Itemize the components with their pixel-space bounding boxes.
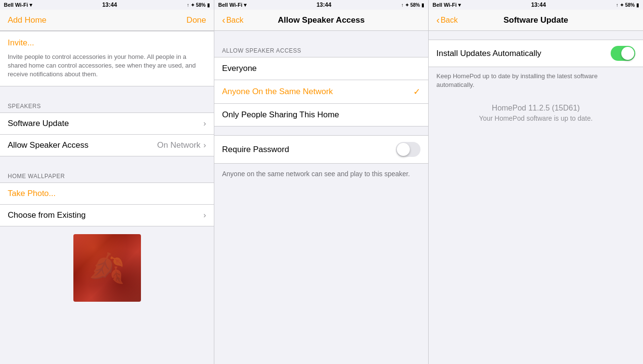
- toggle-knob-3: [621, 47, 634, 60]
- chevron-right-icon-2: ›: [203, 140, 206, 150]
- battery-label-2: 58%: [410, 2, 420, 8]
- status-left-3: Bell Wi-Fi ▾: [433, 2, 461, 8]
- speakers-header: SPEAKERS: [0, 95, 214, 112]
- version-label: HomePod 11.2.5 (15D61): [436, 104, 635, 112]
- choose-existing-label: Choose from Existing: [8, 210, 86, 220]
- allow-speaker-access-value: On Network ›: [157, 140, 206, 150]
- status-right-1: ↑ ✦ 58% ▮: [187, 2, 210, 8]
- choose-existing-value: ›: [203, 210, 206, 220]
- panel1-content: Invite... Invite people to control acces…: [0, 31, 214, 364]
- battery-icon-1: ▮: [207, 2, 210, 8]
- option-same-network-label: Anyone On the Same Network: [222, 87, 333, 97]
- panel2-content: ALLOW SPEAKER ACCESS Everyone Anyone On …: [214, 31, 428, 364]
- back-label-3: Back: [441, 16, 458, 25]
- nav-bar-3: ‹ Back Software Update: [429, 10, 643, 31]
- done-button[interactable]: Done: [186, 15, 206, 25]
- wallpaper-header: HOME WALLPAPER: [0, 165, 214, 182]
- panel-speaker-access: Bell Wi-Fi ▾ 13:44 ↑ ✦ 58% ▮ ‹ Back Allo…: [214, 0, 429, 364]
- back-button-3[interactable]: ‹ Back: [436, 15, 458, 25]
- status-left-2: Bell Wi-Fi ▾: [218, 2, 247, 8]
- allow-speaker-access-label: Allow Speaker Access: [8, 140, 88, 150]
- access-options-list: Everyone Anyone On the Same Network ✓ On…: [214, 57, 428, 126]
- status-bar-3: Bell Wi-Fi ▾ 13:44 ↑ ✦ 58% ▮: [429, 0, 643, 10]
- install-toggle-row: Install Updates Automatically: [429, 40, 643, 67]
- wifi-icon-1: ▾: [29, 2, 32, 8]
- carrier-label-3: Bell Wi-Fi: [433, 2, 457, 8]
- status-right-2: ↑ ✦ 58% ▮: [401, 2, 424, 8]
- battery-label-3: 58%: [625, 2, 635, 8]
- install-updates-toggle[interactable]: [611, 46, 635, 61]
- wifi-icon-2: ▾: [244, 2, 247, 8]
- speaker-access-description: Anyone on the same network can see and p…: [214, 164, 428, 185]
- install-toggle-label: Install Updates Automatically: [436, 49, 541, 58]
- option-same-network[interactable]: Anyone On the Same Network ✓: [214, 80, 428, 104]
- status-left-1: Bell Wi-Fi ▾: [4, 2, 32, 8]
- carrier-label-1: Bell Wi-Fi: [4, 2, 28, 8]
- add-home-button[interactable]: Add Home: [8, 15, 46, 25]
- allow-speaker-access-item[interactable]: Allow Speaker Access On Network ›: [0, 135, 214, 156]
- version-block: HomePod 11.2.5 (15D61) Your HomePod soft…: [429, 94, 643, 132]
- time-label-2: 13:44: [317, 1, 332, 8]
- chevron-right-icon-1: ›: [203, 119, 206, 128]
- location-icon-1: ↑: [187, 2, 189, 8]
- update-status-label: Your HomePod software is up to date.: [436, 114, 635, 122]
- wifi-icon-3: ▾: [458, 2, 461, 8]
- panel-software-update: Bell Wi-Fi ▾ 13:44 ↑ ✦ 58% ▮ ‹ Back Soft…: [429, 0, 643, 364]
- choose-existing-item[interactable]: Choose from Existing ›: [0, 205, 214, 226]
- time-label-3: 13:44: [531, 1, 546, 8]
- carrier-label-2: Bell Wi-Fi: [218, 2, 242, 8]
- nav-title-3: Software Update: [503, 15, 568, 25]
- option-sharing-home[interactable]: Only People Sharing This Home: [214, 104, 428, 126]
- status-bar-1: Bell Wi-Fi ▾ 13:44 ↑ ✦ 58% ▮: [0, 0, 214, 10]
- nav-bar-1: Add Home Done: [0, 10, 214, 31]
- location-icon-2: ↑: [401, 2, 404, 8]
- location-icon-3: ↑: [616, 2, 618, 8]
- nav-title-2: Allow Speaker Access: [278, 15, 365, 25]
- status-bar-2: Bell Wi-Fi ▾ 13:44 ↑ ✦ 58% ▮: [214, 0, 428, 10]
- software-update-label: Software Update: [8, 119, 69, 128]
- wallpaper-list: Take Photo... Choose from Existing ›: [0, 182, 214, 226]
- back-chevron-icon-2: ‹: [222, 15, 225, 25]
- toggle-knob-2: [397, 143, 410, 156]
- option-everyone[interactable]: Everyone: [214, 57, 428, 80]
- require-password-label: Require Password: [222, 145, 289, 154]
- allow-access-header: ALLOW SPEAKER ACCESS: [214, 40, 428, 57]
- option-everyone-label: Everyone: [222, 64, 257, 73]
- battery-label-1: 58%: [196, 2, 206, 8]
- on-network-label: On Network: [157, 140, 201, 150]
- nav-bar-2: ‹ Back Allow Speaker Access: [214, 10, 428, 31]
- install-description: Keep HomePod up to date by installing th…: [429, 67, 643, 94]
- require-password-group: Require Password: [214, 135, 428, 164]
- panel-home-settings: Bell Wi-Fi ▾ 13:44 ↑ ✦ 58% ▮ Add Home Do…: [0, 0, 214, 364]
- speakers-list: Software Update › Allow Speaker Access O…: [0, 112, 214, 156]
- checkmark-icon: ✓: [413, 86, 420, 97]
- chevron-right-icon-3: ›: [203, 210, 206, 220]
- wallpaper-preview: [73, 234, 141, 302]
- take-photo-label: Take Photo...: [8, 189, 56, 198]
- bluetooth-icon-3: ✦: [620, 2, 624, 8]
- battery-icon-2: ▮: [421, 2, 424, 8]
- option-sharing-home-label: Only People Sharing This Home: [222, 110, 339, 120]
- back-button-2[interactable]: ‹ Back: [222, 15, 243, 25]
- software-update-value: ›: [203, 119, 206, 128]
- invite-description: Invite people to control accessories in …: [8, 53, 206, 79]
- panel3-content: Install Updates Automatically Keep HomeP…: [429, 31, 643, 364]
- take-photo-item[interactable]: Take Photo...: [0, 183, 214, 205]
- time-label-1: 13:44: [102, 1, 117, 8]
- status-right-3: ↑ ✦ 58% ▮: [616, 2, 639, 8]
- bluetooth-icon-1: ✦: [191, 2, 195, 8]
- bluetooth-icon-2: ✦: [405, 2, 409, 8]
- invite-section: Invite... Invite people to control acces…: [0, 31, 214, 86]
- back-label-2: Back: [226, 16, 244, 25]
- require-password-item: Require Password: [214, 136, 428, 163]
- require-password-toggle[interactable]: [396, 142, 420, 157]
- back-chevron-icon-3: ‹: [436, 15, 440, 25]
- battery-icon-3: ▮: [636, 2, 639, 8]
- invite-link[interactable]: Invite...: [8, 36, 206, 50]
- software-update-item[interactable]: Software Update ›: [0, 113, 214, 135]
